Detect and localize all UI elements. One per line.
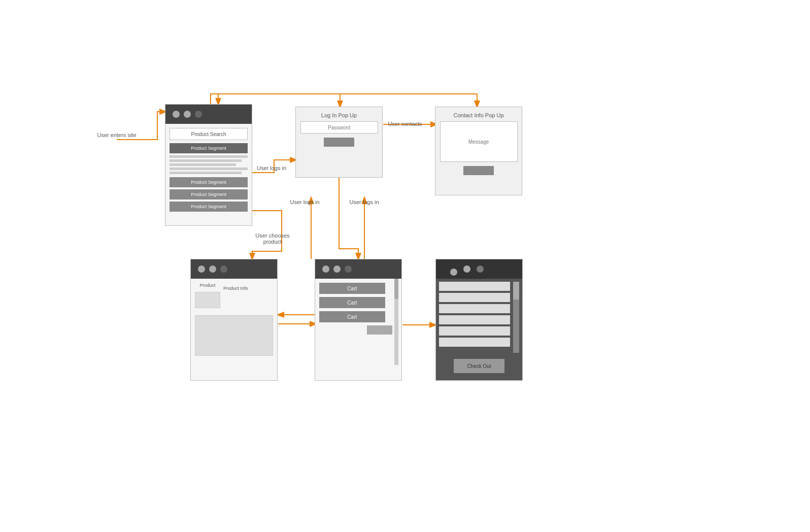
line-1 xyxy=(170,155,248,158)
product-info-section: Product Info xyxy=(223,283,273,308)
cart-item-1-label: Cart xyxy=(347,286,357,291)
cart-scrollbar xyxy=(394,279,398,365)
dot-ch3 xyxy=(477,265,484,273)
search-bar: Product Search xyxy=(170,128,248,140)
dot-1 xyxy=(173,111,180,118)
product-label: Product xyxy=(195,283,220,288)
segment-2-label: Product Segment xyxy=(191,180,226,185)
line-4 xyxy=(170,168,248,170)
segment-bar-2: Product Segment xyxy=(170,177,248,187)
label-user-logs-in-2: User logs in xyxy=(288,199,321,205)
checkout-scrollbar xyxy=(513,282,519,353)
content-lines xyxy=(170,155,248,174)
label-user-logs-in-3: User logs in xyxy=(348,199,381,205)
product-image-section: Product xyxy=(195,283,220,308)
search-bar-label: Product Search xyxy=(191,131,226,137)
cart-item-2: Cart xyxy=(319,297,385,308)
product-thumbnail xyxy=(195,292,220,308)
segment-4-label: Product Segment xyxy=(191,204,226,209)
line-5 xyxy=(170,172,242,174)
cart-item-1: Cart xyxy=(319,283,385,294)
password-field: Password xyxy=(300,121,378,134)
contact-popup: Contact Info Pop Up Message xyxy=(435,107,522,195)
product-top: Product Product Info xyxy=(195,283,273,308)
checkout-button[interactable]: Check Out xyxy=(454,359,504,373)
message-label: Message xyxy=(468,139,489,145)
home-screen: Product Search Product Segment Product S… xyxy=(165,104,252,226)
password-label: Password xyxy=(328,125,350,130)
checkout-field-3 xyxy=(439,304,510,313)
cart-screen: Cart Cart Cart xyxy=(315,259,402,381)
label-user-chooses-product: User chooses product xyxy=(252,232,293,245)
cart-scrollbar-thumb xyxy=(394,279,398,299)
checkout-field-2 xyxy=(439,293,510,302)
segment-3-label: Product Segment xyxy=(191,192,226,197)
product-description xyxy=(195,315,273,356)
dot-p3 xyxy=(220,265,227,273)
checkout-field-1 xyxy=(439,282,510,291)
checkout-screen: Check Out xyxy=(435,259,523,381)
label-user-enters-site: User enters site xyxy=(94,132,140,138)
dot-2 xyxy=(184,111,191,118)
checkout-field-6 xyxy=(439,338,510,347)
checkout-scrollbar-thumb xyxy=(513,282,519,300)
label-user-logs-in-1: User logs in xyxy=(254,165,289,171)
label-user-contacts: User contacts xyxy=(387,121,423,127)
cart-item-3: Cart xyxy=(319,311,385,322)
product-info-label: Product Info xyxy=(223,286,248,291)
login-popup-title: Log In Pop Up xyxy=(296,107,382,121)
dot-3 xyxy=(195,111,202,118)
login-popup: Log In Pop Up Password xyxy=(295,107,383,178)
checkout-fields xyxy=(439,282,510,353)
line-2 xyxy=(170,159,242,162)
dot-c3 xyxy=(345,265,352,273)
cart-checkout-button[interactable] xyxy=(367,325,392,335)
contact-popup-title: Contact Info Pop Up xyxy=(435,107,522,121)
product-screen-header xyxy=(191,259,277,279)
dot-c2 xyxy=(333,265,341,273)
segment-bar-1: Product Segment xyxy=(170,143,248,153)
checkout-field-4 xyxy=(439,315,510,324)
dot-p2 xyxy=(209,265,216,273)
cart-screen-header xyxy=(315,259,401,279)
message-area: Message xyxy=(440,121,518,162)
cart-item-3-label: Cart xyxy=(347,314,357,320)
dot-ch1 xyxy=(450,269,457,276)
segment-bar-4: Product Segment xyxy=(170,202,248,212)
dot-p1 xyxy=(198,265,205,273)
product-detail-screen: Product Product Info xyxy=(190,259,278,381)
checkout-screen-header xyxy=(436,259,522,279)
checkout-field-5 xyxy=(439,326,510,336)
login-button[interactable] xyxy=(324,138,354,147)
dot-c1 xyxy=(322,265,329,273)
checkout-body xyxy=(436,279,522,356)
dot-ch2 xyxy=(463,265,470,273)
contact-submit-button[interactable] xyxy=(463,166,494,175)
segment-bar-3: Product Segment xyxy=(170,189,248,200)
segment-1-label: Product Segment xyxy=(191,146,226,151)
checkout-btn-label: Check Out xyxy=(467,363,491,369)
cart-item-2-label: Cart xyxy=(347,300,357,306)
line-3 xyxy=(170,163,236,166)
home-screen-header xyxy=(165,105,252,124)
